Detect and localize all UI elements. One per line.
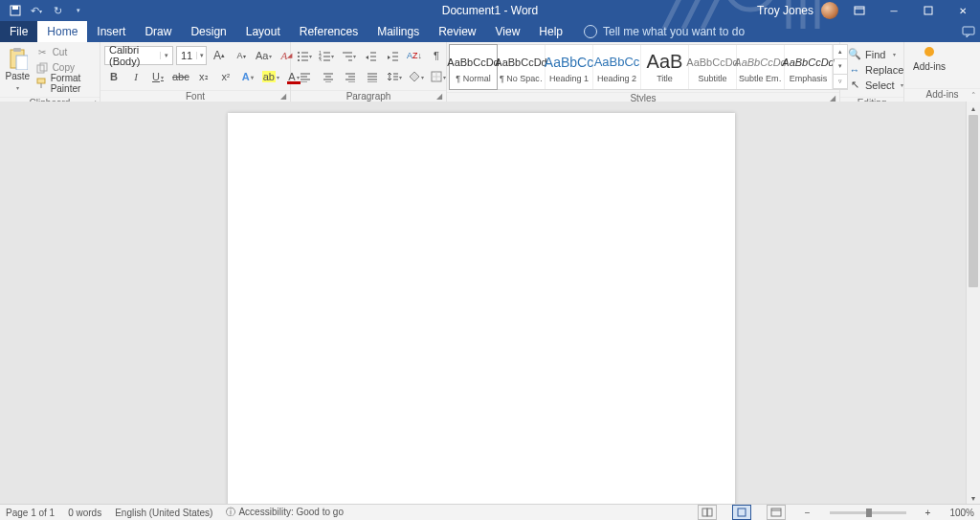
tab-references[interactable]: References <box>290 21 368 42</box>
style-preview: AaBbCcDd <box>734 52 786 73</box>
scroll-thumb[interactable] <box>969 115 978 287</box>
accessibility-status[interactable]: ⓘAccessibility: Good to go <box>226 506 344 519</box>
paragraph-dialog-launcher[interactable]: ◢ <box>434 91 444 102</box>
quick-access-toolbar: ↶▾ ↻ ▾ <box>0 1 88 20</box>
tab-home[interactable]: Home <box>37 21 87 42</box>
shrink-font-button[interactable]: A▾ <box>232 47 251 64</box>
qat-customize-icon[interactable]: ▾ <box>69 1 88 20</box>
align-left-button[interactable] <box>295 67 316 86</box>
minimize-icon[interactable]: ─ <box>880 1 907 20</box>
page-number-status[interactable]: Page 1 of 1 <box>6 508 55 518</box>
style---no-spac-[interactable]: AaBbCcDd¶ No Spac… <box>498 45 546 89</box>
vertical-scrollbar[interactable]: ▴ ▾ <box>966 102 980 505</box>
tab-review[interactable]: Review <box>429 21 485 42</box>
paste-button[interactable]: Paste▾ <box>4 45 32 94</box>
justify-button[interactable] <box>363 68 382 85</box>
borders-button[interactable]: ▾ <box>429 68 448 85</box>
subscript-button[interactable]: x₂ <box>194 68 213 85</box>
user-name[interactable]: Troy Jones <box>757 4 813 17</box>
superscript-button[interactable]: x² <box>216 68 235 85</box>
tab-draw[interactable]: Draw <box>135 21 181 42</box>
font-group-label: Font <box>186 91 205 102</box>
style-title[interactable]: AaBTitle <box>641 45 689 89</box>
document-page[interactable] <box>228 113 735 505</box>
style-heading-1[interactable]: AaBbCcHeading 1 <box>546 45 593 89</box>
format-painter-button[interactable]: Format Painter <box>35 76 96 90</box>
collapse-ribbon-button[interactable]: ˄ <box>971 91 976 101</box>
web-layout-button[interactable] <box>767 505 786 520</box>
select-button[interactable]: ↖Select▾ <box>848 78 903 92</box>
font-dialog-launcher[interactable]: ◢ <box>278 91 288 102</box>
tab-view[interactable]: View <box>486 21 530 42</box>
style-subtle-em-[interactable]: AaBbCcDdSubtle Em… <box>737 45 785 89</box>
save-icon[interactable] <box>6 1 25 20</box>
style-name: Subtle Em… <box>739 74 782 83</box>
bold-button[interactable]: B <box>104 68 123 85</box>
numbering-button[interactable]: 123▾ <box>317 47 336 64</box>
read-mode-button[interactable] <box>698 505 717 520</box>
cut-button: ✂Cut <box>35 45 96 59</box>
accessibility-icon: ⓘ <box>226 507 235 517</box>
align-right-button[interactable] <box>341 68 360 85</box>
style---normal[interactable]: AaBbCcDd¶ Normal <box>449 44 498 90</box>
tab-file[interactable]: File <box>0 21 37 42</box>
zoom-slider[interactable] <box>830 511 906 514</box>
clear-formatting-button[interactable]: A◢ <box>277 47 296 64</box>
addins-group-label: Add-ins <box>926 89 959 100</box>
align-center-button[interactable] <box>319 68 338 85</box>
tell-me-search[interactable]: Tell me what you want to do <box>572 21 745 42</box>
close-icon[interactable]: ✕ <box>949 1 976 20</box>
tab-help[interactable]: Help <box>529 21 572 42</box>
svg-rect-12 <box>37 79 45 83</box>
word-count-status[interactable]: 0 words <box>68 508 101 518</box>
change-case-button[interactable]: Aa▾ <box>254 47 274 64</box>
bullets-button[interactable]: ▾ <box>295 47 314 64</box>
tab-design[interactable]: Design <box>181 21 235 42</box>
font-name-combo[interactable]: Calibri (Body)▾ <box>104 46 173 65</box>
grow-font-button[interactable]: A▴ <box>210 47 229 64</box>
undo-icon[interactable]: ↶▾ <box>27 1 46 20</box>
tab-insert[interactable]: Insert <box>87 21 135 42</box>
redo-icon[interactable]: ↻ <box>48 1 67 20</box>
sort-button[interactable]: AZ↓ <box>405 47 424 64</box>
strikethrough-button[interactable]: abc <box>170 68 191 85</box>
scroll-up-icon[interactable]: ▴ <box>967 102 980 115</box>
addins-button[interactable]: Add-ins <box>908 45 950 72</box>
highlight-button[interactable]: ab▾ <box>260 68 281 85</box>
zoom-level[interactable]: 100% <box>949 508 974 518</box>
find-button[interactable]: 🔍Find▾ <box>848 47 903 61</box>
svg-rect-8 <box>13 48 21 52</box>
replace-button[interactable]: ↔Replace <box>848 62 903 77</box>
lightbulb-icon <box>584 25 597 38</box>
tab-mailings[interactable]: Mailings <box>368 21 429 42</box>
decrease-indent-button[interactable] <box>361 47 380 64</box>
svg-rect-2 <box>12 6 18 10</box>
line-spacing-button[interactable]: ▾ <box>385 68 404 85</box>
styles-gallery[interactable]: AaBbCcDd¶ NormalAaBbCcDd¶ No Spac…AaBbCc… <box>449 44 848 90</box>
maximize-icon[interactable] <box>915 1 942 20</box>
paste-label: Paste <box>6 71 31 81</box>
style-preview: AaBbCcDd <box>495 52 546 73</box>
style-emphasis[interactable]: AaBbCcDdEmphasis <box>785 45 833 89</box>
style-subtitle[interactable]: AaBbCcDdSubtitle <box>689 45 737 89</box>
zoom-out-button[interactable]: − <box>805 508 811 518</box>
show-hide-button[interactable]: ¶ <box>427 47 446 64</box>
shading-button[interactable]: ▾ <box>407 68 426 85</box>
italic-button[interactable]: I <box>126 68 145 85</box>
style-name: Heading 2 <box>597 74 636 83</box>
multilevel-list-button[interactable]: ▾ <box>339 47 358 64</box>
language-status[interactable]: English (United States) <box>115 508 212 518</box>
text-effects-button[interactable]: A▾ <box>238 68 257 85</box>
print-layout-button[interactable] <box>732 505 751 520</box>
user-avatar[interactable] <box>821 2 838 19</box>
font-size-combo[interactable]: 11▾ <box>176 46 207 65</box>
zoom-in-button[interactable]: + <box>925 508 931 518</box>
style-heading-2[interactable]: AaBbCcHeading 2 <box>593 45 641 89</box>
underline-button[interactable]: U▾ <box>148 68 167 85</box>
increase-indent-button[interactable] <box>383 47 402 64</box>
zoom-slider-thumb[interactable] <box>866 509 872 517</box>
comments-icon[interactable] <box>957 21 980 42</box>
ribbon-display-icon[interactable] <box>846 1 873 20</box>
scroll-down-icon[interactable]: ▾ <box>967 491 980 505</box>
tab-layout[interactable]: Layout <box>236 21 290 42</box>
